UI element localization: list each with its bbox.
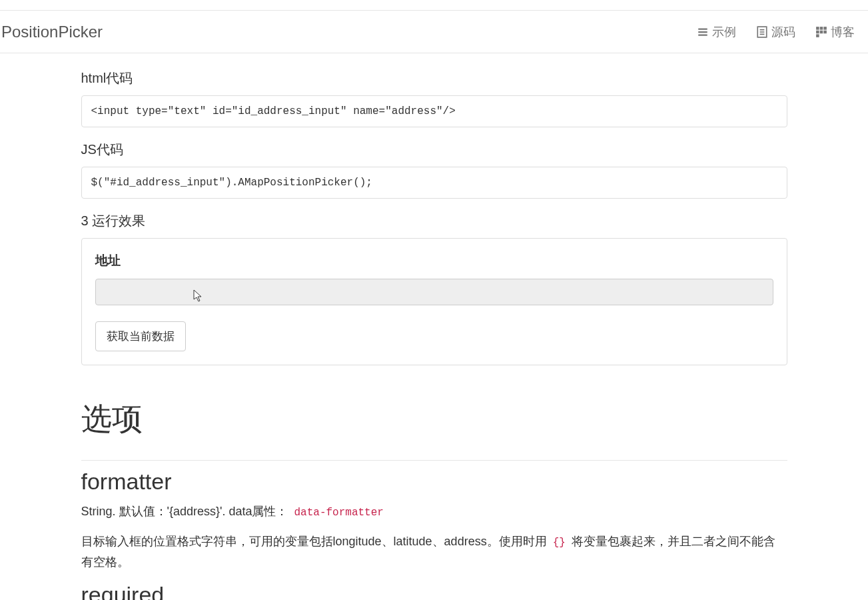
formatter-type-prefix: String. 默认值：'{address}'. data属性： [81,505,292,518]
navbar: PositionPicker 示例 源码 博客 [0,11,868,53]
nav-blog-label: 博客 [831,24,855,40]
grid-icon [815,26,827,38]
svg-rect-1 [816,27,819,30]
svg-rect-5 [820,30,823,33]
svg-rect-2 [820,27,823,30]
navbar-nav: 示例 源码 博客 [697,24,855,40]
nav-source-link[interactable]: 源码 [756,24,795,40]
svg-rect-6 [823,30,827,33]
get-data-button[interactable]: 获取当前数据 [95,321,186,351]
nav-blog-link[interactable]: 博客 [815,24,855,40]
html-code-label: html代码 [81,69,787,87]
formatter-description: 目标输入框的位置格式字符串，可用的变量包括longitude、latitude、… [81,531,787,573]
document-icon [756,26,768,38]
main-content: html代码 <input type="text" id="id_address… [81,69,787,600]
run-effect-label: 3 运行效果 [81,212,787,230]
js-code-block: $("#id_address_input").AMapPositionPicke… [81,167,787,199]
svg-rect-4 [816,30,819,33]
svg-rect-3 [823,27,827,30]
braces-code: {} [550,535,568,550]
address-field-label: 地址 [95,252,773,269]
nav-examples-link[interactable]: 示例 [697,24,736,40]
html-code-block: <input type="text" id="id_address_input"… [81,95,787,127]
divider [81,460,787,461]
svg-rect-7 [816,34,819,37]
formatter-heading: formatter [81,469,787,495]
formatter-type-line: String. 默认值：'{address}'. data属性： data-fo… [81,501,787,522]
nav-source-label: 源码 [771,24,795,40]
top-bar [0,0,868,11]
navbar-brand[interactable]: PositionPicker [0,23,103,41]
options-heading: 选项 [81,399,787,440]
nav-examples-label: 示例 [712,24,736,40]
address-input[interactable] [95,279,773,305]
required-heading: required [81,582,787,600]
demo-box: 地址 获取当前数据 [81,238,787,365]
formatter-desc-before: 目标输入框的位置格式字符串，可用的变量包括longitude、latitude、… [81,535,550,548]
formatter-data-attr: data-formatter [292,505,386,520]
list-icon [697,26,709,38]
js-code-label: JS代码 [81,141,787,159]
